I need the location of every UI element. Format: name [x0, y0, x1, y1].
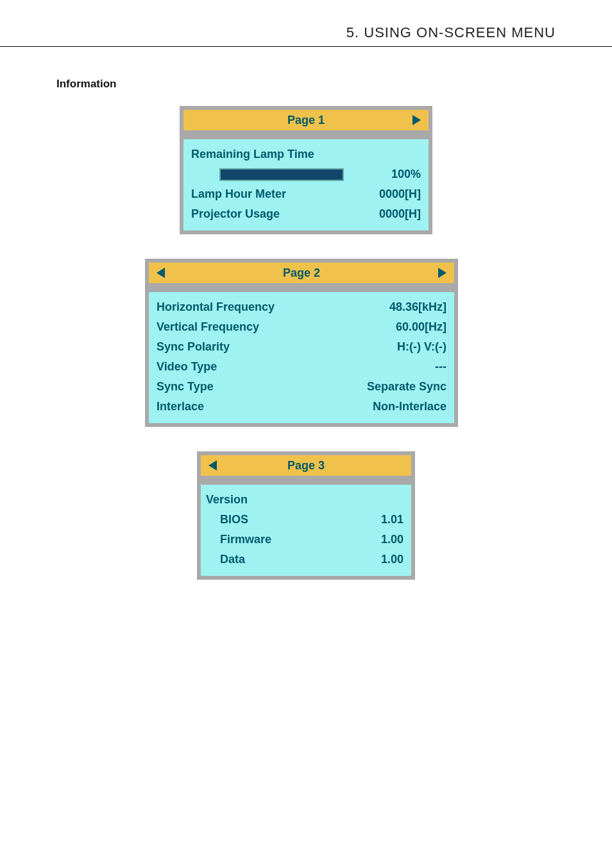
- info-panel-page2: Page 2 Horizontal Frequency 48.36[kHz] V…: [145, 259, 458, 427]
- data-row: Data 1.00: [206, 550, 404, 569]
- page-header: 5. USING ON-SCREEN MENU: [0, 0, 612, 47]
- remaining-lamp-time-label-row: Remaining Lamp Time: [191, 144, 421, 164]
- panel2-title: Page 2: [283, 266, 320, 279]
- lamp-progress-bar: [219, 168, 344, 181]
- projector-usage-value: 0000[H]: [379, 205, 421, 223]
- lamp-hour-meter-label: Lamp Hour Meter: [191, 186, 286, 203]
- lamp-hour-meter-row: Lamp Hour Meter 0000[H]: [191, 184, 421, 204]
- remaining-lamp-time-value-row: 100%: [191, 164, 421, 184]
- panel1-title-bar: Page 1: [183, 110, 429, 130]
- video-type-row: Video Type ---: [157, 357, 446, 377]
- panel-gap: [201, 476, 411, 485]
- data-label: Data: [220, 551, 245, 568]
- sync-polarity-label: Sync Polarity: [157, 338, 230, 356]
- firmware-value: 1.00: [381, 531, 404, 548]
- horizontal-frequency-value: 48.36[kHz]: [389, 299, 446, 316]
- lamp-hour-meter-value: 0000[H]: [379, 186, 421, 203]
- video-type-label: Video Type: [157, 358, 217, 376]
- data-value: 1.00: [381, 551, 404, 568]
- vertical-frequency-value: 60.00[Hz]: [396, 318, 446, 336]
- vertical-frequency-row: Vertical Frequency 60.00[Hz]: [157, 317, 446, 337]
- panel1-body: Remaining Lamp Time 100% Lamp Hour Meter…: [183, 139, 429, 230]
- arrow-left-icon[interactable]: [157, 268, 165, 278]
- arrow-right-icon[interactable]: [438, 268, 446, 278]
- panel2-title-bar: Page 2: [149, 263, 454, 283]
- info-panel-page1: Page 1 Remaining Lamp Time 100% Lamp Hou…: [180, 106, 432, 234]
- vertical-frequency-label: Vertical Frequency: [157, 318, 259, 336]
- panel3-body: Version BIOS 1.01 Firmware 1.00 Data 1.0…: [201, 485, 411, 576]
- panel3-title-bar: Page 3: [201, 455, 411, 476]
- bios-row: BIOS 1.01: [206, 510, 404, 530]
- remaining-lamp-time-value: 100%: [391, 166, 421, 183]
- panel-gap: [149, 283, 454, 292]
- interlace-row: Interlace Non-Interlace: [157, 397, 446, 417]
- version-label: Version: [206, 491, 248, 508]
- content-area: Information Page 1 Remaining Lamp Time 1…: [0, 47, 612, 580]
- projector-usage-label: Projector Usage: [191, 205, 280, 223]
- version-row: Version: [206, 490, 404, 510]
- panel1-title: Page 1: [287, 114, 325, 126]
- interlace-value: Non-Interlace: [373, 398, 446, 415]
- sync-type-value: Separate Sync: [367, 378, 446, 395]
- bios-value: 1.01: [381, 511, 404, 528]
- bios-label: BIOS: [220, 511, 248, 528]
- sync-polarity-row: Sync Polarity H:(-) V:(-): [157, 337, 446, 357]
- firmware-row: Firmware 1.00: [206, 530, 404, 550]
- sync-polarity-value: H:(-) V:(-): [397, 338, 446, 356]
- remaining-lamp-time-label: Remaining Lamp Time: [191, 146, 314, 163]
- panel2-body: Horizontal Frequency 48.36[kHz] Vertical…: [149, 292, 454, 423]
- panel-gap: [183, 130, 429, 139]
- arrow-left-icon[interactable]: [208, 460, 217, 471]
- sync-type-row: Sync Type Separate Sync: [157, 377, 446, 397]
- horizontal-frequency-row: Horizontal Frequency 48.36[kHz]: [157, 297, 446, 317]
- firmware-label: Firmware: [220, 531, 271, 548]
- horizontal-frequency-label: Horizontal Frequency: [157, 299, 275, 316]
- sync-type-label: Sync Type: [157, 378, 214, 395]
- interlace-label: Interlace: [157, 398, 204, 415]
- projector-usage-row: Projector Usage 0000[H]: [191, 204, 421, 224]
- chapter-title: 5. USING ON-SCREEN MENU: [346, 24, 556, 40]
- section-heading: Information: [56, 78, 556, 91]
- arrow-right-icon[interactable]: [412, 115, 421, 125]
- video-type-value: ---: [435, 358, 446, 376]
- info-panel-page3: Page 3 Version BIOS 1.01 Firmware 1.00 D…: [197, 451, 415, 580]
- panel3-title: Page 3: [287, 459, 325, 472]
